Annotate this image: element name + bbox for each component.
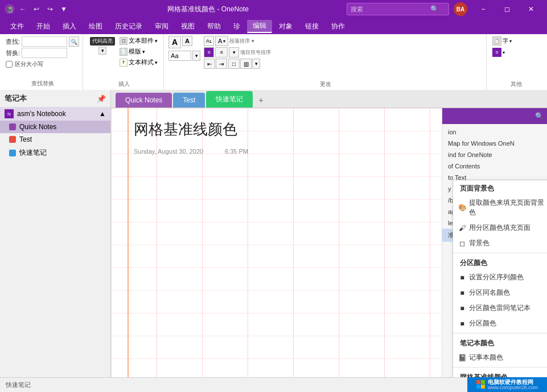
right-panel-item[interactable]: Map for Windows OneN [442,138,547,149]
ribbon-group-other: 📋 字 ▾ ≡ ▾ 其他 [488,34,545,90]
statusbar-left: 快速笔记 [6,381,31,389]
highlight-icon: ≡ [207,49,210,55]
ribbon-btn-textpart[interactable]: ◻ 文本部件 ▾ [118,36,159,46]
ribbon-group-insert: 代码高亮 ▾ ◻ 文本部件 ▾ 📄 模版 ▾ [84,34,164,90]
menu-cooperate[interactable]: 协作 [326,20,351,32]
ribbon-btn-code[interactable]: 代码高亮 ▾ [88,36,117,56]
font-family-input[interactable]: Aa [168,51,191,61]
notebook-item[interactable]: N asm's Notebook ▲ [0,107,110,121]
window-controls: − ◻ ✕ [472,0,542,18]
right-panel-search[interactable]: 🔍 [442,108,547,124]
dropdown-item-samename[interactable]: ■ 分区同名颜色 [453,285,547,300]
sidebar-item-test[interactable]: Test [0,133,110,146]
find-input[interactable] [22,36,67,47]
border-dropdown[interactable]: ▾ [252,59,260,69]
font-family-dropdown[interactable]: ▾ [192,51,200,61]
right-panel-item[interactable]: ion [442,126,547,138]
menu-zhen[interactable]: 珍 [228,20,246,32]
note-content[interactable]: 网格基准线颜色 Sunday, August 30, 2020 6:35 PM [111,108,442,377]
find-btn[interactable]: 🔍 [69,36,79,47]
border-btn1[interactable]: □ [228,59,240,69]
menu-help[interactable]: 帮助 [201,20,227,32]
menu-object[interactable]: 对象 [273,20,298,32]
font-color-label: A [218,38,222,44]
tab-add-btn[interactable]: + [253,93,269,108]
menu-edit[interactable]: 编辑 [247,20,272,33]
more-btn[interactable]: ▼ [58,3,69,15]
bgcolor-icon: ◻ [458,239,467,248]
list-btns: ≡ ▾ [215,47,239,57]
dropdown-item-extract[interactable]: 🎨 提取颜色来填充页面背景色 › [453,195,547,220]
font-large-a[interactable]: A [168,36,181,48]
back-btn[interactable]: ← [17,3,28,15]
border-btn2[interactable]: ▥ [240,59,252,69]
sidebar-title: 笔记本 [5,93,27,104]
menu-link[interactable]: 链接 [299,20,324,32]
titlebar-search-box[interactable]: 🔍 [347,3,449,15]
menu-review[interactable]: 审阅 [149,20,174,32]
bullet-sort-btn[interactable]: 项目符号排序 [240,49,271,56]
redo-btn[interactable]: ↪ [44,3,56,15]
replace-label: 替换: [6,49,20,57]
right-panel-search-input[interactable] [446,113,535,119]
dropdown-item-samenotebook[interactable]: ■ 分区颜色雷同笔记本 [453,300,547,316]
font-color-dropdown[interactable]: ▾ [223,39,225,44]
sidebar-item-quicknotes[interactable]: Quick Notes [0,121,110,133]
menu-start[interactable]: 开始 [31,20,56,32]
minimize-btn[interactable]: − [472,0,495,18]
replace-input[interactable] [22,48,67,58]
content-area: Quick Notes Test 快速笔记 + [111,90,547,377]
menu-draw[interactable]: 绘图 [83,20,108,32]
code-dropdown-btn[interactable]: ▾ [98,47,106,55]
dropdown-item-bgcolor[interactable]: ◻ 背景色 [453,236,547,251]
dropdown-item-seqcolor[interactable]: ■ 设置分区序列颜色 › [453,270,547,285]
list-dropdown[interactable]: ▾ [229,47,239,57]
case-row: 区分大小写 [6,60,79,68]
dropdown-item-notebookcolor[interactable]: 📓 记事本颜色 [453,350,547,365]
right-panel-item[interactable]: ind for OneNote [442,149,547,160]
tab-quicknotes[interactable]: Quick Notes [116,93,172,108]
right-panel-item[interactable]: of Contents [442,160,547,172]
dropdown-sectioncolor-label: 分区颜色 [469,319,496,328]
menu-history[interactable]: 历史记录 [109,20,148,32]
other2-dropdown[interactable]: ▾ [503,50,505,55]
note-time: 6:35 PM [225,148,248,155]
replace-icon-placeholder [69,48,79,58]
fill-section-icon: 🖌 [458,224,467,233]
tab-kuaisu[interactable]: 快速笔记 [206,91,253,108]
ribbon-btn-template[interactable]: 📄 模版 ▾ [118,47,159,56]
menu-insert[interactable]: 插入 [57,20,82,32]
restore-btn[interactable]: ◻ [496,0,519,18]
ribbon-btn-textstyle[interactable]: T 文本样式 ▾ [118,57,159,67]
indent-left-btn[interactable]: ⇤ [204,59,215,69]
tab-test[interactable]: Test [173,93,205,108]
template-dropdown[interactable]: ▾ [142,49,145,55]
font-color-btn[interactable]: A ▾ [215,36,228,46]
menu-view[interactable]: 视图 [175,20,200,32]
user-avatar[interactable]: BA [454,2,467,16]
other1-dropdown[interactable]: ▾ [509,39,512,44]
dropdown-item-fillsection[interactable]: 🖌 用分区颜色填充页面 [453,220,547,236]
ribbon-btn-other1[interactable]: 📋 字 ▾ [491,36,541,46]
ribbon-btn-other2[interactable]: ≡ ▾ [491,47,541,57]
notebook-icon: N [5,109,14,118]
template-icon: 📄 [120,48,128,56]
sidebar-item-kuaisu[interactable]: 快速笔记 [0,146,110,160]
insert-col2: ◻ 文本部件 ▾ 📄 模版 ▾ T 文本样式 ▾ [118,36,159,67]
sidebar-pin-icon[interactable]: 📌 [97,94,106,103]
menu-file[interactable]: 文件 [5,20,30,32]
textstyle-dropdown[interactable]: ▾ [155,60,158,65]
close-btn[interactable]: ✕ [520,0,542,18]
align-sort-btn[interactable]: 段落排序 ▾ [229,38,254,45]
dropdown-item-sectioncolor[interactable]: ■ 分区颜色 [453,316,547,331]
textpart-dropdown[interactable]: ▾ [155,38,158,44]
font-small-a[interactable]: A [182,36,192,46]
ribbon-group-insert-label: 插入 [88,79,160,88]
titlebar-search-input[interactable] [351,6,430,13]
highlight-btn[interactable]: ≡ [204,47,214,57]
case-checkbox[interactable] [6,61,13,68]
indent-right-btn[interactable]: ⇥ [216,59,227,69]
list-btn1[interactable]: ≡ [215,47,228,57]
sub-script-btn[interactable]: A₁ [204,36,214,46]
undo-btn[interactable]: ↩ [31,3,42,15]
